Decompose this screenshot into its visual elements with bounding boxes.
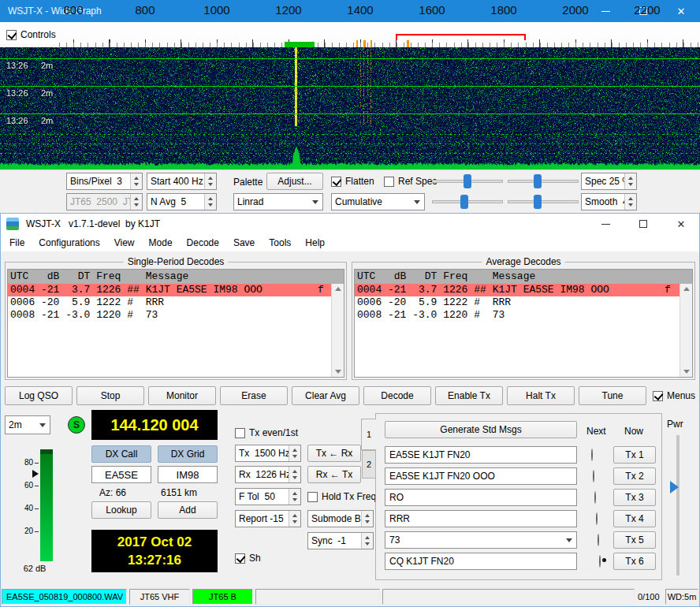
tab-2[interactable]: 2 [362, 450, 376, 479]
spin-arrows-icon[interactable] [361, 511, 373, 527]
menu-save[interactable]: Save [226, 234, 262, 251]
tx3-next-radio[interactable] [594, 491, 596, 504]
decode-row[interactable]: 0008 -21 -3.0 1220 # 73 [8, 309, 344, 322]
clear-avg-button[interactable]: Clear Avg [292, 386, 359, 405]
tx-from-rx-button[interactable]: Tx ← Rx [307, 445, 361, 462]
waterfall-gain-slider[interactable] [432, 174, 503, 188]
start-freq-spinbox[interactable]: Start 400 Hz [147, 173, 217, 190]
pwr-slider[interactable] [676, 435, 680, 575]
tx5-button[interactable]: Tx 5 [613, 531, 656, 549]
halt-tx-button[interactable]: Halt Tx [507, 386, 575, 405]
flatten-checkbox[interactable]: Flatten [331, 176, 374, 187]
close-button[interactable]: ✕ [662, 214, 700, 234]
ref-spec-checkbox[interactable]: Ref Spec [384, 176, 437, 187]
spectrum-zero-slider[interactable] [508, 195, 579, 209]
spectrum-mode-combobox[interactable]: Cumulative [331, 193, 425, 210]
tx4-message-input[interactable]: RRR [385, 510, 577, 527]
slider-handle[interactable] [464, 174, 471, 188]
tx3-button[interactable]: Tx 3 [613, 489, 656, 506]
bins-pixel-spinbox[interactable]: Bins/Pixel 3 [66, 173, 143, 190]
tx4-next-radio[interactable] [596, 512, 598, 525]
tx5-message-combobox[interactable]: 73 [385, 531, 577, 549]
monitor-button[interactable]: Monitor [148, 386, 216, 405]
vertical-scrollbar[interactable] [680, 284, 692, 377]
menu-configurations[interactable]: Configurations [32, 234, 106, 251]
tab-1[interactable]: 1 [361, 419, 376, 450]
spin-arrows-icon[interactable] [289, 445, 300, 461]
spec-percent-spinbox[interactable]: Spec 25 % [581, 173, 637, 190]
f-tol-spinbox[interactable]: F Tol 50 [235, 488, 301, 505]
tx-even-checkbox[interactable]: Tx even/1st [235, 427, 298, 438]
spin-arrows-icon[interactable] [204, 194, 216, 210]
spin-arrows-icon[interactable] [289, 489, 300, 505]
decode-row[interactable]: 0008 -21 -3.0 1220 # 73 [355, 309, 692, 322]
stop-button[interactable]: Stop [76, 386, 144, 405]
spin-arrows-icon[interactable] [624, 173, 636, 189]
tx5-next-radio[interactable] [598, 534, 599, 546]
tx2-message-input[interactable]: EA5SE K1JT FN20 OOO [385, 467, 577, 485]
pwr-slider-handle[interactable] [670, 481, 679, 493]
log-qso-button[interactable]: Log QSO [5, 386, 73, 405]
slider-handle[interactable] [534, 195, 542, 209]
tx3-message-input[interactable]: RO [385, 489, 577, 506]
generate-std-msgs-button[interactable]: Generate Std Msgs [385, 421, 577, 438]
adjust-button[interactable]: Adjust... [266, 173, 323, 190]
close-button[interactable]: ✕ [662, 0, 700, 22]
slider-handle[interactable] [534, 174, 542, 188]
waterfall-display[interactable] [0, 47, 700, 169]
average-decodes-list[interactable]: UTC dB DT Freq Message 0004 -21 3.7 1226… [354, 269, 693, 378]
tx4-button[interactable]: Tx 4 [613, 510, 656, 527]
spin-arrows-icon[interactable] [289, 467, 300, 482]
tx6-message-input[interactable]: CQ K1JT FN20 [385, 553, 577, 570]
sync-spinbox[interactable]: Sync -1 [307, 532, 374, 549]
menu-view[interactable]: View [107, 234, 142, 251]
dx-call-button[interactable]: DX Call [91, 445, 151, 463]
palette-combobox[interactable]: Linrad [233, 193, 323, 210]
tx1-button[interactable]: Tx 1 [613, 446, 656, 464]
decode-row[interactable]: 0004 -21 3.7 1226 ## K1JT EA5SE IM98 OOO… [355, 284, 692, 296]
spin-arrows-icon[interactable] [361, 533, 373, 549]
decode-button[interactable]: Decode [363, 386, 431, 405]
hold-tx-freq-checkbox[interactable]: Hold Tx Freq [307, 491, 376, 502]
maximize-button[interactable] [624, 214, 662, 234]
menus-checkbox[interactable]: Menus [653, 390, 695, 401]
dx-grid-input[interactable]: IM98 [158, 466, 218, 483]
waterfall-zero-slider[interactable] [508, 174, 579, 188]
menu-help[interactable]: Help [298, 234, 332, 251]
spin-arrows-icon[interactable] [204, 173, 216, 189]
menu-tools[interactable]: Tools [262, 234, 298, 251]
tx6-button[interactable]: Tx 6 [613, 553, 656, 570]
report-spinbox[interactable]: Report -15 [235, 510, 301, 527]
vertical-scrollbar[interactable] [331, 284, 344, 377]
lookup-button[interactable]: Lookup [91, 501, 151, 519]
rx-from-tx-button[interactable]: Rx ← Tx [307, 466, 361, 483]
rx-freq-spinbox[interactable]: Rx 1226 Hz [235, 466, 301, 483]
add-button[interactable]: Add [158, 501, 218, 519]
enable-tx-button[interactable]: Enable Tx [435, 386, 503, 405]
decode-row[interactable]: 0004 -21 3.7 1226 ## K1JT EA5SE IM98 OOO… [8, 284, 344, 296]
n-avg-spinbox[interactable]: N Avg 5 [147, 193, 217, 210]
submode-spinbox[interactable]: Submode B [307, 510, 374, 527]
smooth-spinbox[interactable]: Smooth 4 [581, 193, 637, 210]
slider-handle[interactable] [460, 195, 468, 209]
menu-mode[interactable]: Mode [142, 234, 180, 251]
tx1-message-input[interactable]: EA5SE K1JT FN20 [385, 446, 577, 464]
minimize-button[interactable] [586, 214, 624, 234]
tx6-next-radio[interactable] [599, 555, 601, 568]
tx2-button[interactable]: Tx 2 [613, 467, 656, 485]
cat-status-indicator[interactable]: S [68, 416, 85, 434]
tx2-next-radio[interactable] [593, 470, 594, 482]
single-period-decodes-list[interactable]: UTC dB DT Freq Message 0004 -21 3.7 1226… [7, 269, 344, 378]
menu-decode[interactable]: Decode [180, 234, 226, 251]
spectrum-gain-slider[interactable] [432, 195, 503, 209]
tx1-next-radio[interactable] [591, 449, 593, 461]
dx-call-input[interactable]: EA5SE [91, 466, 151, 483]
tx-freq-spinbox[interactable]: Tx 1500 Hz [235, 445, 301, 462]
dx-grid-button[interactable]: DX Grid [158, 445, 218, 463]
controls-checkbox[interactable]: Controls [6, 29, 56, 40]
decode-row[interactable]: 0006 -20 5.9 1222 # RRR [8, 296, 344, 309]
spin-arrows-icon[interactable] [624, 194, 636, 210]
band-combobox[interactable]: 2m [5, 415, 50, 434]
tune-button[interactable]: Tune [579, 386, 646, 405]
decode-row[interactable]: 0006 -20 5.9 1222 # RRR [355, 296, 692, 309]
